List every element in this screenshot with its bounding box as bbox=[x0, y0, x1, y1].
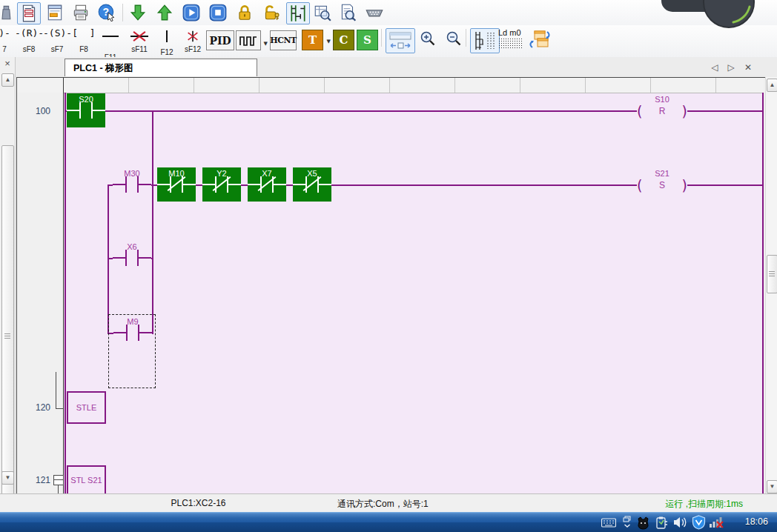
ladder-editor: 100 120 121 S20 M30 M10 Y2 bbox=[16, 77, 766, 494]
vertical-line-icon[interactable]: F12 bbox=[156, 27, 178, 56]
plc-model-label: PLC1:XC2-16 bbox=[141, 498, 256, 508]
pid-icon[interactable]: PID bbox=[206, 30, 234, 50]
row-number-100: 100 bbox=[21, 106, 50, 116]
zoom-in-icon[interactable] bbox=[417, 28, 439, 49]
fold-bracket-end bbox=[56, 372, 63, 409]
volume-icon[interactable] bbox=[672, 514, 688, 531]
function-bracket-icon[interactable]: [ ] F8 bbox=[72, 27, 96, 53]
fold-marker[interactable] bbox=[53, 475, 64, 485]
toolbar-separator bbox=[122, 4, 123, 21]
safely-remove-icon[interactable] bbox=[654, 514, 670, 531]
coil-set-icon[interactable]: -(S)- sF7 bbox=[43, 27, 71, 53]
run-icon[interactable] bbox=[180, 2, 202, 23]
row-number-margin bbox=[17, 93, 63, 493]
app-window: ? bbox=[0, 0, 777, 532]
ladder-canvas[interactable] bbox=[64, 93, 764, 493]
upload-icon[interactable] bbox=[153, 2, 176, 23]
coil-s10-reset[interactable]: S10 ( R ) bbox=[637, 93, 687, 127]
tab-plc1-ladder[interactable]: PLC1 - 梯形图 bbox=[65, 59, 257, 76]
column-width-icon[interactable] bbox=[386, 28, 415, 53]
contact-y2[interactable]: Y2 bbox=[202, 167, 241, 202]
row-number-120: 120 bbox=[21, 402, 50, 413]
delete-vertical-line-icon[interactable]: sF12 bbox=[180, 27, 205, 53]
run-status-label: 运行 ,扫描周期:1ms bbox=[665, 498, 743, 511]
contact-s20[interactable]: S20 bbox=[67, 93, 105, 127]
tab-strip: PLC1 - 梯形图 ◁ ▷ ✕ bbox=[15, 57, 777, 77]
contact-m30[interactable]: M30 bbox=[113, 167, 151, 202]
coil-partial-glyph: )- bbox=[0, 27, 11, 45]
coil-partial-icon[interactable]: )- 7 bbox=[0, 27, 11, 53]
print-icon[interactable] bbox=[70, 2, 92, 23]
instruction-list-icon[interactable]: Ld m0 bbox=[498, 28, 525, 49]
counter-icon[interactable]: C ▼ bbox=[333, 30, 354, 50]
stle-block[interactable]: STLE bbox=[67, 391, 106, 424]
tab-scroll-right-button[interactable]: ▷ bbox=[724, 61, 738, 73]
status-bar: PLC1:XC2-16 通讯方式:Com，站号:1 运行 ,扫描周期:1ms bbox=[0, 493, 777, 513]
scroll-up-button[interactable]: ▲ bbox=[767, 79, 777, 92]
coil-s21-set[interactable]: S21 ( S ) bbox=[637, 167, 687, 202]
delete-horizontal-line-icon[interactable]: sF11 bbox=[126, 27, 153, 53]
dock-close-button[interactable]: × bbox=[2, 59, 13, 69]
ladder-view-icon[interactable] bbox=[470, 28, 500, 53]
pulse-dropdown-icon[interactable]: ▼ bbox=[264, 40, 268, 47]
lock-icon[interactable] bbox=[234, 2, 256, 23]
hcnt-icon[interactable]: HCNT bbox=[270, 30, 297, 50]
network-icon[interactable] bbox=[709, 514, 725, 531]
pulse-icon[interactable]: ▼ bbox=[236, 30, 261, 50]
input-method-icon[interactable] bbox=[635, 514, 651, 531]
timer-icon[interactable]: T ▼ bbox=[302, 30, 323, 50]
tool-partial-icon[interactable] bbox=[0, 2, 13, 23]
row-number-121: 121 bbox=[21, 475, 50, 485]
left-dock-strip: × ▲ ▼ bbox=[0, 57, 16, 493]
dock-scroll-down-button[interactable]: ▼ bbox=[1, 471, 14, 485]
instruction-dots bbox=[498, 38, 523, 49]
report-view-icon[interactable] bbox=[17, 2, 41, 24]
output-window-icon[interactable] bbox=[44, 2, 66, 23]
vertical-scrollbar[interactable]: ▲ ▼ bbox=[765, 77, 777, 493]
taskbar-clock[interactable]: 18:06 bbox=[745, 516, 768, 527]
keyboard-icon[interactable] bbox=[601, 514, 617, 531]
stl-s21-block[interactable]: STL S21 bbox=[67, 465, 106, 493]
contact-x5[interactable]: X5 bbox=[293, 167, 331, 202]
tab-close-button[interactable]: ✕ bbox=[741, 61, 755, 73]
security-shield-icon[interactable] bbox=[690, 514, 707, 531]
comm-mode-label: 通讯方式:Com，站号:1 bbox=[337, 498, 429, 511]
taskbar[interactable]: 18:06 bbox=[0, 512, 777, 532]
convert-icon[interactable] bbox=[526, 28, 552, 52]
zoom-out-icon[interactable] bbox=[443, 28, 465, 49]
coil-reset-icon[interactable]: -(R)- sF8 bbox=[15, 27, 43, 53]
left-power-rail bbox=[65, 93, 66, 493]
data-monitor-icon[interactable] bbox=[311, 2, 334, 23]
state-icon[interactable]: S bbox=[357, 30, 378, 50]
selection-box bbox=[108, 314, 156, 388]
com-port-icon[interactable] bbox=[363, 2, 386, 23]
tab-scroll-left-button[interactable]: ◁ bbox=[708, 61, 721, 73]
show-hidden-icons-button[interactable] bbox=[621, 514, 633, 531]
contact-m10[interactable]: M10 bbox=[157, 167, 196, 202]
find-icon[interactable] bbox=[337, 2, 359, 23]
contact-x6[interactable]: X6 bbox=[113, 241, 151, 275]
ladder-monitor-icon[interactable] bbox=[286, 2, 310, 24]
unlock-icon[interactable] bbox=[260, 2, 282, 23]
download-icon[interactable] bbox=[127, 2, 149, 23]
scrollbar-thumb[interactable] bbox=[767, 255, 777, 293]
dock-scroll-up-button[interactable]: ▲ bbox=[1, 73, 14, 87]
scroll-down-button[interactable]: ▼ bbox=[767, 480, 777, 493]
stop-icon[interactable] bbox=[207, 2, 229, 23]
grid-header bbox=[17, 78, 764, 93]
screen-recorder-widget[interactable] bbox=[658, 0, 777, 31]
right-power-rail bbox=[762, 93, 764, 493]
branch-left-wire bbox=[108, 184, 109, 334]
timer-dropdown-icon[interactable]: ▼ bbox=[327, 38, 331, 44]
contact-x7[interactable]: X7 bbox=[248, 167, 286, 202]
branch-right-wire bbox=[152, 110, 153, 334]
help-icon[interactable]: ? bbox=[96, 2, 118, 23]
